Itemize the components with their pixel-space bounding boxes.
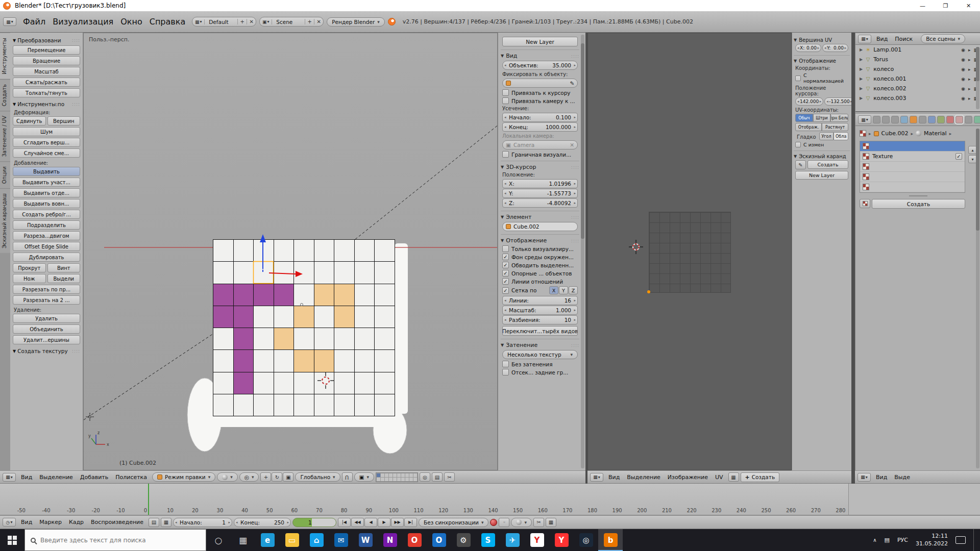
local-camera-field[interactable]: ▣Camera✕ [502,140,578,149]
layers-widget[interactable] [376,472,418,482]
checkbox[interactable]: ✓Обводить выделенн... [502,262,578,268]
tool-shelf-tab[interactable]: Инструменты [0,33,10,79]
panel-header-display[interactable]: ▼Отображение:::: [501,234,579,244]
tool-button[interactable]: Выдели [47,274,81,283]
tool-button[interactable]: Винт [47,263,81,272]
grid-subdiv-field[interactable]: Разбиения:10 [502,315,578,324]
menu-item[interactable]: Полисетка [112,473,151,481]
play-button[interactable]: ◀ [364,518,377,527]
outliner-item[interactable]: ▶▽Torus◉▸▦ [855,55,980,64]
selectability-icon[interactable]: ▸ [968,67,971,72]
current-frame-playhead[interactable] [148,484,149,515]
tool-button[interactable]: Толкать/тянуть [13,88,80,97]
list-resize-grip[interactable] [909,195,927,196]
selectability-icon[interactable]: ▸ [968,57,971,62]
outliner-scrollbar[interactable] [976,47,979,109]
search-input[interactable] [40,537,200,544]
menu-item[interactable]: Вид [873,35,891,43]
minimize-button[interactable]: — [911,0,934,11]
insert-keyframe-icon[interactable]: ✂ [533,518,544,527]
shelf-panel-header[interactable]: ▼Инструменты:по:::: [13,101,80,107]
visibility-icon[interactable]: ◉ [961,96,965,101]
segment-button[interactable]: Растянут [822,123,848,131]
menu-item[interactable]: Окно [117,16,146,27]
tool-button[interactable]: Объединить [13,324,80,334]
outliner-item[interactable]: ▶☀Lamp.001◉▸▦ [855,45,980,55]
uv-x-field[interactable]: X:0.00 [795,44,821,52]
taskbar-telegram-icon[interactable]: ✈ [500,529,525,551]
snap-magnet-icon[interactable]: U [342,472,353,482]
panel-header-grease-pencil[interactable]: ▼Эскизный каранд [794,151,850,159]
panel-header-3d-cursor[interactable]: ▼3D-курсор:::: [501,161,579,170]
taskbar-cortana-icon[interactable]: ○ [206,529,231,551]
scene-add-button[interactable]: + [305,19,314,24]
properties-tab-particles[interactable] [965,116,972,123]
sync-dropdown[interactable]: Без синхронизации [419,518,488,527]
checkbox[interactable]: ✓Опорные ... объектов [502,270,578,277]
editor-type-icon[interactable]: ▦▾ [858,35,871,43]
taskbar-search[interactable] [24,529,206,551]
scene-close-button[interactable]: ✕ [314,19,323,24]
cursor-z-field[interactable]: Z:-4.80092 [502,198,578,208]
taskbar-yandex-icon[interactable]: Y [525,529,549,551]
keying-set-dropdown[interactable] [511,518,532,527]
record-button[interactable] [490,519,497,526]
uv-y-field[interactable]: Y:0.00 [822,44,848,52]
breadcrumb-object[interactable]: Cube.002 [881,130,909,137]
properties-tab-constraints[interactable] [919,116,926,123]
taskbar-file-explorer-icon[interactable]: ▭ [280,529,304,551]
outliner-item[interactable]: ▶▽колесо.003◉▸▦ [855,93,980,103]
viewport-shading-dropdown[interactable] [217,472,238,482]
outliner-item[interactable]: ▶▽колесо◉▸▦ [855,64,980,74]
tool-button[interactable]: Offset Edge Slide [13,242,80,251]
segment-button[interactable]: Чёрн Белый [830,114,848,122]
tool-button[interactable]: Выдавить отде... [13,188,80,197]
texture-create-button[interactable]: Создать [872,199,965,209]
item-name-field[interactable]: Cube.002 [502,222,578,231]
taskbar-word-icon[interactable]: W [353,529,378,551]
checkbox[interactable]: Только визуализиру... [502,245,578,252]
maximize-button[interactable]: ❐ [934,0,957,11]
visibility-icon[interactable]: ◉ [961,47,965,53]
outliner-item[interactable]: ▶▽колесо.002◉▸▦ [855,84,980,93]
tool-button[interactable]: Разреза...двигом [13,231,80,240]
grid-axis-toggle-X[interactable]: X [549,286,558,294]
segment-button[interactable]: Обыч [795,114,813,122]
taskbar-steam-icon[interactable]: ◎ [574,529,598,551]
layout-close-button[interactable]: ✕ [247,19,256,24]
outliner-filter-dropdown[interactable]: Все сцены [921,34,965,43]
pivot-center-dropdown[interactable]: ◎ [239,472,259,482]
panel-header-item[interactable]: ▼Элемент:::: [501,211,579,220]
breadcrumb-material[interactable]: Material [924,130,947,137]
segment-button[interactable]: Штри [813,114,831,122]
properties-tab-scene[interactable] [891,116,899,123]
menu-item[interactable]: Добавить [77,473,112,481]
tool-button[interactable]: Нож [13,274,46,283]
taskbar-blender-icon[interactable]: b [598,529,623,551]
properties-tab-physics[interactable] [974,116,980,123]
tool-button[interactable]: Случайное сме... [13,148,80,158]
uv-cursor-x-field[interactable]: 142.000 [795,97,823,106]
render-border-checkbox[interactable]: Граничная визуали... [502,151,578,158]
tool-button[interactable]: Вершин [47,116,81,126]
editor-type-icon[interactable]: ▦▾ [857,473,871,482]
texture-slot[interactable] [860,162,965,172]
snap-element-dropdown[interactable]: ▣ [354,472,374,482]
properties-tab-texture[interactable] [955,116,963,123]
menu-item[interactable]: Вид [872,473,891,481]
action-center-icon[interactable] [955,536,966,544]
menu-item[interactable]: Вид [17,518,36,526]
panel-header-view[interactable]: ▼Вид:::: [501,49,579,59]
clip-end-field[interactable]: Конец:1000.000 [502,122,578,132]
keying-set-icon[interactable]: ◦ [499,518,509,527]
visibility-icon[interactable]: ◉ [961,86,965,91]
tool-button[interactable]: Дублировать [13,253,80,262]
play-button[interactable]: ▶| [404,518,417,527]
editor-type-icon[interactable]: ▦▾ [858,115,871,124]
taskbar-opera-icon[interactable]: O [402,529,427,551]
show-desktop-button[interactable] [973,529,976,551]
grid-axis-toggle-Z[interactable]: Z [569,286,578,294]
frame-start-field[interactable]: Начало:1 [173,518,232,527]
checkbox[interactable]: ✓Линии отношений [502,278,578,285]
lens-field[interactable]: Объектив:35.000 [502,61,578,70]
